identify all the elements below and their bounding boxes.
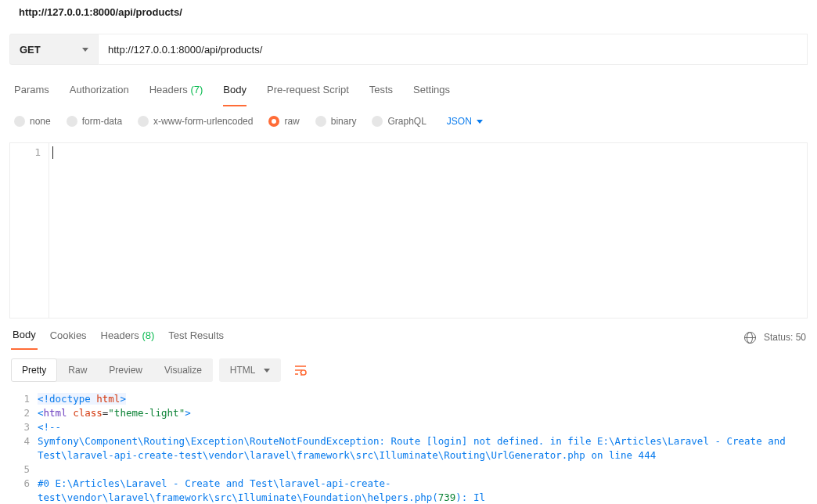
radio-xwww[interactable]: x-www-form-urlencoded (138, 116, 253, 127)
response-line: 2 <html class="theme-light"> (11, 406, 806, 420)
radio-icon (67, 116, 77, 127)
radio-icon (315, 116, 326, 127)
resp-tab-headers[interactable]: Headers (8) (99, 326, 157, 349)
chevron-down-icon (477, 120, 483, 124)
wrap-icon (294, 365, 307, 376)
request-body-editor[interactable]: 1 (9, 142, 808, 319)
chevron-down-icon (264, 369, 270, 373)
body-format-label: JSON (447, 116, 472, 127)
seg-pretty[interactable]: Pretty (11, 358, 57, 382)
response-line: 6 #0 E:\Articles\Laravel - Create and Te… (11, 477, 806, 504)
radio-binary-label: binary (331, 116, 357, 127)
request-title: http://127.0.0.1:8000/api/products/ (0, 0, 817, 26)
response-format-label: HTML (230, 365, 256, 376)
resp-tab-testresults[interactable]: Test Results (167, 326, 225, 349)
radio-formdata[interactable]: form-data (67, 116, 122, 127)
body-type-row: none form-data x-www-form-urlencoded raw… (0, 106, 817, 136)
request-bar: GET (0, 26, 817, 81)
body-format-dropdown[interactable]: JSON (447, 116, 483, 127)
radio-xwww-label: x-www-form-urlencoded (153, 116, 253, 127)
radio-none-label: none (30, 116, 51, 127)
response-line: 3 <!-- (11, 420, 806, 434)
resp-tab-cookies[interactable]: Cookies (49, 326, 88, 349)
editor-content[interactable] (49, 143, 807, 318)
radio-icon-selected (268, 116, 279, 127)
view-mode-segment: Pretty Raw Preview Visualize (11, 358, 213, 382)
radio-raw-label: raw (284, 116, 299, 127)
response-line: 4 Symfony\Component\Routing\Exception\Ro… (11, 434, 806, 463)
method-label: GET (20, 44, 41, 56)
tab-settings[interactable]: Settings (413, 81, 450, 106)
resp-tab-body[interactable]: Body (11, 325, 38, 350)
url-input[interactable] (99, 34, 808, 65)
tab-body[interactable]: Body (223, 81, 247, 106)
radio-graphql[interactable]: GraphQL (372, 116, 426, 127)
radio-graphql-label: GraphQL (387, 116, 426, 127)
radio-raw[interactable]: raw (268, 116, 299, 127)
radio-icon (14, 116, 25, 127)
response-format-dropdown[interactable]: HTML (219, 358, 281, 382)
tab-tests[interactable]: Tests (369, 81, 393, 106)
tab-prerequest[interactable]: Pre-request Script (267, 81, 349, 106)
response-line: 1 <!doctype html> (11, 392, 806, 406)
response-tabs: Body Cookies Headers (8) Test Results St… (0, 319, 817, 350)
chevron-down-icon (82, 48, 88, 52)
resp-tab-headers-label: Headers (101, 329, 139, 341)
radio-icon (138, 116, 149, 127)
request-tabs: Params Authorization Headers (7) Body Pr… (0, 81, 817, 106)
radio-binary[interactable]: binary (315, 116, 357, 127)
seg-preview[interactable]: Preview (98, 358, 153, 382)
resp-tab-headers-count: (8) (142, 329, 154, 341)
status-value: 50 (796, 332, 806, 343)
tab-headers-count: (7) (190, 84, 203, 95)
seg-visualize[interactable]: Visualize (153, 358, 213, 382)
seg-raw[interactable]: Raw (57, 358, 98, 382)
radio-none[interactable]: none (14, 116, 51, 127)
response-line: 5 (11, 463, 806, 477)
tab-headers-label: Headers (149, 84, 188, 95)
response-toolbar: Pretty Raw Preview Visualize HTML (0, 350, 817, 392)
response-body[interactable]: 1 <!doctype html> 2 <html class="theme-l… (0, 392, 817, 504)
text-cursor (52, 146, 53, 159)
response-meta: Status: 50 (744, 332, 806, 344)
radio-icon (372, 116, 383, 127)
status-label: Status: (764, 332, 793, 343)
tab-authorization[interactable]: Authorization (70, 81, 129, 106)
editor-gutter: 1 (10, 143, 49, 318)
tab-params[interactable]: Params (14, 81, 49, 106)
globe-icon[interactable] (744, 332, 756, 344)
wrap-lines-button[interactable] (287, 358, 314, 383)
tab-headers[interactable]: Headers (7) (149, 81, 203, 106)
method-select[interactable]: GET (9, 34, 99, 65)
radio-formdata-label: form-data (82, 116, 122, 127)
